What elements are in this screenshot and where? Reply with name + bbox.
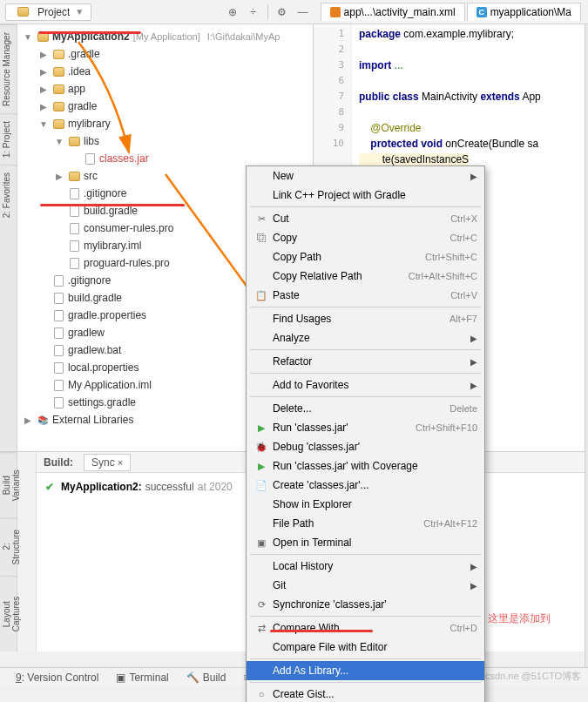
tab-icon: ▣ (116, 672, 125, 684)
code-line[interactable]: import ... (359, 59, 581, 75)
tree-label: mylibrary.iml (84, 240, 141, 252)
side-tab[interactable]: Build Variants (0, 452, 17, 517)
menu-shortcut: Ctrl+Shift+C (425, 252, 477, 262)
bottom-tab[interactable]: ▣Terminal (109, 670, 175, 685)
menu-item-compare-file-with-editor[interactable]: Compare File with Editor (247, 638, 484, 657)
annotation-underline (38, 31, 141, 34)
tree-label: local.properties (68, 361, 139, 374)
tree-label: mylibrary (68, 118, 111, 130)
menu-label: Debug 'classes.jar' (269, 441, 477, 453)
tab-icon: 🔨 (186, 672, 199, 684)
file-type-icon (330, 7, 341, 17)
menu-label: Find Usages (269, 313, 439, 325)
menu-item-copy-relative-path[interactable]: Copy Relative PathCtrl+Alt+Shift+C (247, 267, 484, 286)
target-icon[interactable]: ⊕ (222, 3, 243, 22)
menu-label: Compare File with Editor (269, 641, 477, 653)
menu-item-open-in-terminal[interactable]: ▣Open in Terminal (247, 533, 484, 552)
tree-item[interactable]: ▶gradle (17, 98, 313, 115)
menu-item-create-classes-jar[interactable]: 📄Create 'classes.jar'... (247, 476, 484, 495)
file-icon (52, 344, 64, 356)
menu-label: Local History (269, 560, 470, 572)
tree-root[interactable]: ▼MyApplication2[My Application]I:\Git\da… (17, 28, 313, 45)
menu-item-file-path[interactable]: File PathCtrl+Alt+F12 (247, 514, 484, 533)
submenu-arrow-icon: ▶ (470, 357, 477, 367)
menu-item-local-history[interactable]: Local History▶ (247, 557, 484, 576)
menu-item-paste[interactable]: 📋PasteCtrl+V (247, 286, 484, 305)
menu-item-create-gist[interactable]: ○Create Gist... (247, 685, 484, 702)
expand-icon[interactable]: ÷ (243, 3, 264, 22)
menu-item-delete[interactable]: Delete...Delete (247, 399, 484, 418)
menu-item-show-in-explorer[interactable]: Show in Explorer (247, 495, 484, 514)
menu-item-new[interactable]: New▶ (247, 166, 484, 186)
tree-label: build.gradle (68, 292, 122, 304)
chevron-down-icon: ▼ (75, 7, 84, 17)
menu-item-run-classes-jar[interactable]: ▶Run 'classes.jar'Ctrl+Shift+F10 (247, 418, 484, 437)
tree-item[interactable]: ▶.idea (17, 63, 313, 80)
side-tab[interactable]: Resource Manager (0, 24, 17, 113)
folder-icon (52, 83, 64, 95)
tree-item[interactable]: ▼mylibrary (17, 115, 313, 132)
code-line[interactable]: @Override (359, 122, 581, 138)
menu-item-run-classes-jar-with-coverage[interactable]: ▶Run 'classes.jar' with Coverage (247, 456, 484, 476)
dropdown-label: Project (37, 6, 70, 18)
side-tab[interactable]: 2: Structure (0, 517, 17, 575)
gear-icon[interactable]: ⚙ (272, 3, 293, 22)
menu-label: File Path (269, 517, 413, 530)
tree-label: classes.jar (99, 152, 149, 165)
library-icon: 📚 (37, 414, 49, 426)
side-tab[interactable]: Layout Captures (0, 576, 17, 651)
collapse-icon[interactable]: — (293, 3, 314, 22)
menu-shortcut: Ctrl+D (450, 623, 477, 633)
tree-item[interactable]: ▼libs (17, 132, 313, 150)
project-view-dropdown[interactable]: Project ▼ (5, 3, 91, 21)
menu-icon: 📄 (253, 480, 269, 491)
code-line[interactable] (359, 106, 581, 122)
menu-icon: ▣ (253, 537, 269, 549)
menu-item-add-as-library[interactable]: Add As Library... (247, 661, 484, 680)
menu-icon: ✂ (253, 213, 269, 225)
editor-tabs: app\...\activity_main.xmlCmyapplication\… (321, 3, 583, 21)
bottom-tab[interactable]: 🔨Build (179, 670, 233, 685)
menu-item-add-to-favorites[interactable]: Add to Favorites▶ (247, 375, 484, 395)
menu-item-link-c-project-with-gradle[interactable]: Link C++ Project with Gradle (247, 186, 484, 205)
folder-icon (68, 170, 80, 182)
tree-label: My Application.iml (68, 379, 152, 391)
menu-item-find-usages[interactable]: Find UsagesAlt+F7 (247, 309, 484, 328)
file-icon (52, 361, 64, 374)
code-line[interactable]: protected void onCreate(Bundle sa (359, 138, 581, 153)
code-line[interactable] (359, 75, 581, 91)
menu-icon: ⟳ (253, 599, 269, 611)
side-tab[interactable]: 1: Project (0, 113, 17, 165)
code-line[interactable]: public class MainActivity extends App (359, 91, 581, 106)
code-line[interactable]: package com.example.mylibrary; (359, 28, 581, 44)
editor-tab[interactable]: Cmyapplication\Ma (467, 3, 581, 21)
tree-item[interactable]: classes.jar (17, 150, 313, 167)
tree-item[interactable]: ▶app (17, 80, 313, 98)
menu-item-debug-classes-jar[interactable]: 🐞Debug 'classes.jar' (247, 437, 484, 456)
menu-label: Run 'classes.jar' with Coverage (269, 460, 477, 472)
menu-icon: ⿻ (253, 233, 269, 243)
tree-label: consumer-rules.pro (84, 222, 173, 234)
file-icon (68, 187, 80, 199)
tab-label: 9: Version Control (16, 672, 98, 684)
menu-item-copy-path[interactable]: Copy PathCtrl+Shift+C (247, 247, 484, 267)
tree-item[interactable]: ▶.gradle (17, 45, 313, 63)
menu-item-cut[interactable]: ✂CutCtrl+X (247, 209, 484, 228)
build-tab-sync[interactable]: Sync × (84, 454, 131, 471)
menu-item-refactor[interactable]: Refactor▶ (247, 352, 484, 371)
menu-icon: ▶ (253, 461, 269, 472)
editor-tab[interactable]: app\...\activity_main.xml (321, 3, 465, 21)
tab-label: Terminal (129, 672, 168, 684)
menu-item-compare-with[interactable]: ⇄Compare With...Ctrl+D (247, 618, 484, 638)
tree-label: .gitignore (84, 187, 126, 199)
menu-item-analyze[interactable]: Analyze▶ (247, 328, 484, 348)
menu-item-synchronize-classes-jar[interactable]: ⟳Synchronize 'classes.jar' (247, 595, 484, 614)
menu-label: Copy Relative Path (269, 270, 398, 282)
menu-item-git[interactable]: Git▶ (247, 576, 484, 595)
side-tab[interactable]: 2: Favorites (0, 165, 17, 225)
file-icon (52, 274, 64, 287)
bottom-tab[interactable]: 9: Version Control (5, 670, 105, 685)
menu-label: Run 'classes.jar' (269, 422, 405, 434)
code-line[interactable] (359, 44, 581, 59)
menu-item-copy[interactable]: ⿻CopyCtrl+C (247, 228, 484, 247)
